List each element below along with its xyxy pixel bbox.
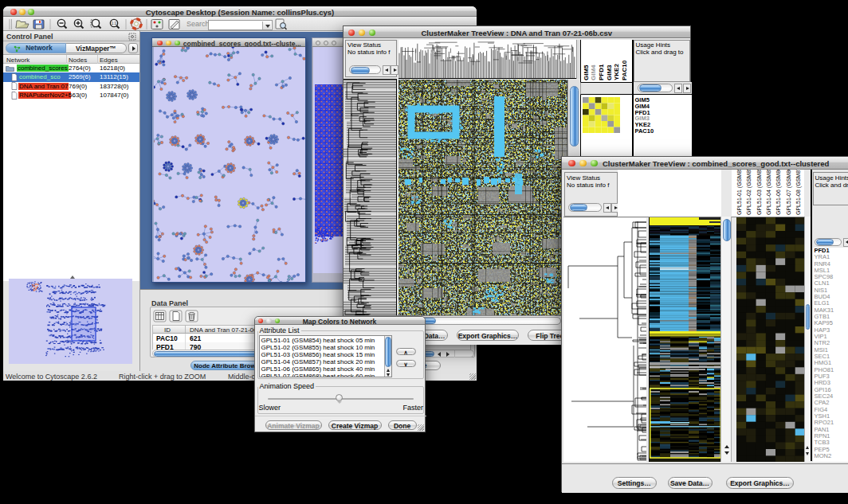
svg-text:GPL51-03 (GSM856): GPL51-03 (GSM856) <box>756 170 763 215</box>
svg-text:GPL51-06 (GSM865): GPL51-06 (GSM865) <box>775 170 782 215</box>
svg-text:GPL51-04 (GSM857): GPL51-04 (GSM857) <box>766 170 772 215</box>
svg-text:PAC10: PAC10 <box>621 60 628 80</box>
svg-text:GPL51-01 (GSM854): GPL51-01 (GSM854) <box>736 170 743 215</box>
svg-text:GIM3: GIM3 <box>606 64 613 80</box>
svg-text:GIM4: GIM4 <box>590 64 597 80</box>
svg-text:GIM5: GIM5 <box>583 64 590 80</box>
svg-text:YKE2: YKE2 <box>613 63 620 80</box>
svg-text:GPL51-07 (GSM868): GPL51-07 (GSM868) <box>786 170 792 215</box>
svg-text:GPL51-08 (GSM872): GPL51-08 (GSM872) <box>795 170 802 215</box>
svg-text:GPL51-02 (GSM855): GPL51-02 (GSM855) <box>746 170 752 215</box>
svg-text:PFD1: PFD1 <box>598 64 605 80</box>
svg-text:1:1: 1:1 <box>112 21 117 25</box>
